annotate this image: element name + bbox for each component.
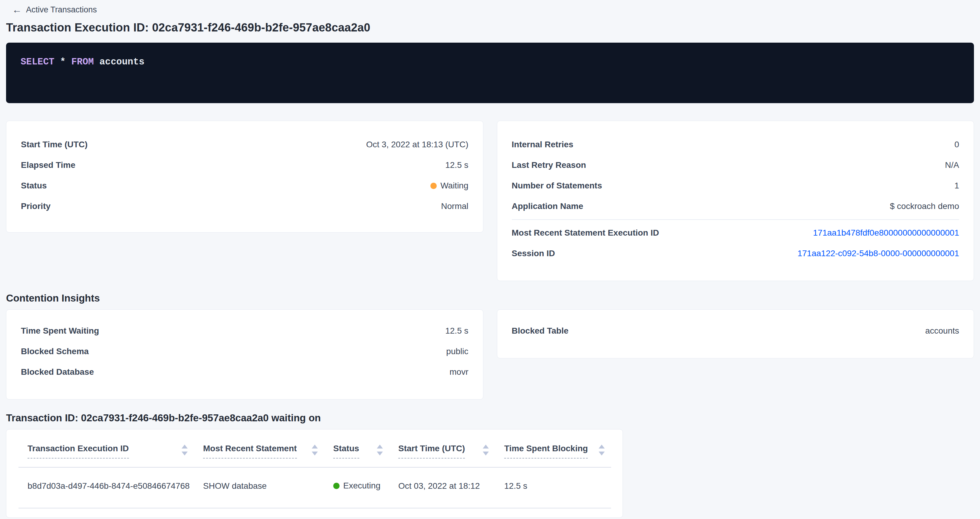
kv-row-start-time: Start Time (UTC) Oct 3, 2022 at 18:13 (U… — [21, 134, 469, 155]
column-header-status[interactable]: Status — [333, 443, 383, 459]
kv-value: 0 — [954, 140, 959, 149]
kv-row-blocked-table: Blocked Table accounts — [512, 321, 959, 341]
kv-row-blocked-database: Blocked Database movr — [21, 362, 469, 382]
kv-value: Normal — [441, 202, 468, 211]
contention-card-left: Time Spent Waiting 12.5 s Blocked Schema… — [6, 309, 483, 400]
summary-card-right: Internal Retries 0 Last Retry Reason N/A… — [497, 121, 974, 281]
sql-keyword-select: SELECT — [21, 57, 60, 67]
kv-value: movr — [449, 367, 468, 377]
column-header-label: Status — [333, 443, 359, 459]
kv-row-application-name: Application Name $ cockroach demo — [512, 196, 959, 217]
sql-star: * — [60, 57, 71, 67]
status-text: Executing — [343, 481, 380, 490]
sql-statement-box: SELECT * FROM accounts — [6, 43, 974, 103]
kv-label: Status — [21, 181, 47, 190]
kv-value: 12.5 s — [445, 326, 468, 336]
kv-value: 1 — [954, 181, 959, 190]
status-waiting-dot-icon — [430, 183, 437, 189]
kv-value: 12.5 s — [445, 160, 468, 170]
column-header-label: Start Time (UTC) — [398, 443, 465, 459]
sort-arrows-icon[interactable] — [598, 444, 605, 456]
column-header-start-time[interactable]: Start Time (UTC) — [398, 443, 489, 459]
kv-label: Blocked Table — [512, 326, 569, 336]
card-divider — [512, 219, 959, 220]
session-id-link[interactable]: 171aa122-c092-54b8-0000-000000000001 — [797, 249, 959, 258]
kv-label: Elapsed Time — [21, 160, 75, 170]
page: ← Active Transactions Transaction Execut… — [0, 0, 980, 518]
table-header-row: Transaction Execution ID Most Recent Sta… — [19, 430, 611, 467]
table-row: b8d7d03a-d497-446b-8474-e50846674768 SHO… — [19, 467, 611, 508]
sort-arrows-icon[interactable] — [482, 444, 489, 456]
contention-card-right: Blocked Table accounts — [497, 309, 974, 359]
statement-execution-id-link[interactable]: 171aa1b478fdf0e80000000000000001 — [813, 228, 959, 238]
kv-label: Blocked Database — [21, 367, 94, 377]
kv-value: accounts — [925, 326, 959, 336]
contention-cards-row: Time Spent Waiting 12.5 s Blocked Schema… — [6, 309, 974, 400]
kv-label: Most Recent Statement Execution ID — [512, 228, 659, 238]
kv-row-time-spent-waiting: Time Spent Waiting 12.5 s — [21, 321, 469, 341]
sort-arrows-icon[interactable] — [312, 444, 318, 456]
kv-value: Oct 3, 2022 at 18:13 (UTC) — [366, 140, 469, 149]
kv-label: Start Time (UTC) — [21, 140, 88, 149]
kv-value: public — [446, 347, 468, 356]
kv-row-elapsed-time: Elapsed Time 12.5 s — [21, 155, 469, 175]
cell-transaction-execution-id: b8d7d03a-d497-446b-8474-e50846674768 — [19, 467, 194, 508]
sql-keyword-from: FROM — [71, 57, 99, 67]
kv-row-priority: Priority Normal — [21, 196, 469, 217]
status-badge: Waiting — [430, 181, 468, 190]
cell-start-time: Oct 03, 2022 at 18:12 — [389, 467, 495, 508]
kv-row-number-of-statements: Number of Statements 1 — [512, 175, 959, 196]
column-header-label: Most Recent Statement — [203, 443, 297, 459]
kv-row-most-recent-statement-execution-id: Most Recent Statement Execution ID 171aa… — [512, 222, 959, 243]
kv-label: Application Name — [512, 202, 583, 211]
sort-arrows-icon[interactable] — [181, 444, 188, 456]
kv-value: $ cockroach demo — [890, 202, 959, 211]
column-header-label: Transaction Execution ID — [27, 443, 129, 459]
status-text: Waiting — [441, 181, 468, 190]
waiting-on-heading: Transaction ID: 02ca7931-f246-469b-b2fe-… — [6, 412, 974, 424]
breadcrumb-label: Active Transactions — [26, 5, 97, 14]
kv-label: Internal Retries — [512, 140, 574, 149]
breadcrumb-back-active-transactions[interactable]: ← Active Transactions — [6, 3, 974, 16]
kv-row-status: Status Waiting — [21, 175, 469, 196]
sql-table-name: accounts — [99, 57, 144, 67]
kv-label: Time Spent Waiting — [21, 326, 99, 336]
kv-row-last-retry-reason: Last Retry Reason N/A — [512, 155, 959, 175]
kv-row-internal-retries: Internal Retries 0 — [512, 134, 959, 155]
arrow-left-icon: ← — [12, 5, 22, 14]
cell-time-spent-blocking: 12.5 s — [495, 467, 611, 508]
column-header-label: Time Spent Blocking — [504, 443, 588, 459]
kv-label: Session ID — [512, 249, 555, 258]
kv-label: Blocked Schema — [21, 347, 89, 356]
kv-label: Last Retry Reason — [512, 160, 586, 170]
cell-status: Executing — [324, 467, 389, 508]
kv-label: Number of Statements — [512, 181, 602, 190]
summary-cards-row: Start Time (UTC) Oct 3, 2022 at 18:13 (U… — [6, 121, 974, 281]
column-header-most-recent-statement[interactable]: Most Recent Statement — [203, 443, 318, 459]
sort-arrows-icon[interactable] — [377, 444, 383, 456]
page-title: Transaction Execution ID: 02ca7931-f246-… — [6, 21, 974, 34]
status-executing-dot-icon — [333, 483, 340, 489]
column-header-time-spent-blocking[interactable]: Time Spent Blocking — [504, 443, 605, 459]
waiting-on-table: Transaction Execution ID Most Recent Sta… — [19, 430, 611, 508]
waiting-on-table-card: Transaction Execution ID Most Recent Sta… — [6, 429, 623, 518]
cell-most-recent-statement: SHOW database — [194, 467, 324, 508]
kv-label: Priority — [21, 202, 51, 211]
kv-row-blocked-schema: Blocked Schema public — [21, 341, 469, 362]
status-badge: Executing — [333, 481, 380, 490]
column-header-transaction-execution-id[interactable]: Transaction Execution ID — [27, 443, 188, 459]
contention-insights-heading: Contention Insights — [6, 292, 974, 305]
kv-value: N/A — [945, 160, 959, 170]
kv-row-session-id: Session ID 171aa122-c092-54b8-0000-00000… — [512, 243, 959, 264]
summary-card-left: Start Time (UTC) Oct 3, 2022 at 18:13 (U… — [6, 121, 483, 233]
